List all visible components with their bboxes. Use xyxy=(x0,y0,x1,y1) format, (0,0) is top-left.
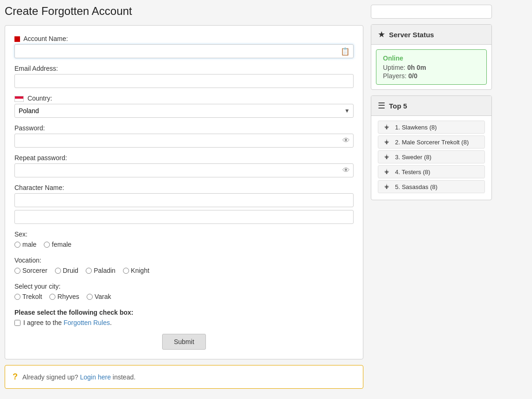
server-status-header: ★ Server Status xyxy=(371,25,491,45)
email-input[interactable] xyxy=(14,74,354,88)
submit-button[interactable]: Submit xyxy=(162,334,206,350)
vocation-druid-text: Druid xyxy=(63,267,78,274)
country-label: Country: xyxy=(14,95,354,102)
password-label: Password: xyxy=(14,124,354,132)
svg-rect-9 xyxy=(385,187,389,188)
character-name-label: Character Name: xyxy=(14,184,354,191)
question-icon: ? xyxy=(13,372,18,382)
status-uptime: Uptime: 0h 0m xyxy=(383,64,480,71)
vocation-druid-label[interactable]: Druid xyxy=(55,267,78,274)
password-input-wrapper: 👁 xyxy=(14,134,354,148)
vocation-group: Vocation: Sorcerer Druid Paladin Knight xyxy=(14,257,354,276)
dagger-icon xyxy=(382,183,391,190)
vocation-paladin-text: Paladin xyxy=(94,267,116,274)
city-rhyves-label[interactable]: Rhyves xyxy=(49,293,79,300)
city-varak-label[interactable]: Varak xyxy=(87,293,111,300)
vocation-paladin-label[interactable]: Paladin xyxy=(86,267,116,274)
forgotten-rules-link[interactable]: Forgotten Rules xyxy=(63,319,110,326)
svg-rect-7 xyxy=(385,172,389,173)
top-item-name: 5. Sasasdas (8) xyxy=(395,183,437,190)
dagger-icon xyxy=(382,138,391,146)
character-name-input-2[interactable] xyxy=(14,210,354,224)
vocation-sorcerer-radio[interactable] xyxy=(14,268,20,274)
status-players: Players: 0/0 xyxy=(383,72,480,80)
sex-male-radio[interactable] xyxy=(14,242,20,248)
sidebar: ★ Server Status Online Uptime: 0h 0m Pla… xyxy=(371,5,492,389)
svg-rect-5 xyxy=(385,157,389,158)
vocation-paladin-radio[interactable] xyxy=(86,268,92,274)
players-value: 0/0 xyxy=(408,72,417,80)
top-item-name: 1. Slawkens (8) xyxy=(395,124,437,131)
list-icon: ☰ xyxy=(378,101,385,111)
svg-rect-1 xyxy=(385,127,389,128)
city-trekolt-radio[interactable] xyxy=(14,294,20,300)
repeat-password-input-wrapper: 👁 xyxy=(14,163,354,177)
top-item-name: 2. Male Sorcerer Trekolt (8) xyxy=(395,139,469,146)
vocation-sorcerer-label[interactable]: Sorcerer xyxy=(14,267,48,274)
sex-female-label[interactable]: female xyxy=(44,241,71,248)
repeat-password-input[interactable] xyxy=(14,163,354,177)
id-card-icon: 📋 xyxy=(341,47,350,56)
vocation-knight-radio[interactable] xyxy=(123,268,129,274)
server-status-box: Online Uptime: 0h 0m Players: 0/0 xyxy=(376,49,487,85)
checkbox-line: I agree to the Forgotten Rules. xyxy=(14,319,354,326)
top-item: 3. Sweder (8) xyxy=(378,150,485,163)
eye-icon-2[interactable]: 👁 xyxy=(342,166,350,175)
dagger-icon xyxy=(382,123,391,131)
sex-male-label[interactable]: male xyxy=(14,241,36,248)
city-varak-text: Varak xyxy=(95,293,111,300)
agree-text: I agree to the Forgotten Rules. xyxy=(23,319,112,326)
dagger-icon xyxy=(382,153,391,161)
country-select[interactable]: Poland United States Germany France Spai… xyxy=(14,104,354,118)
city-varak-radio[interactable] xyxy=(87,294,93,300)
create-account-form: Account Name: 📋 Email Address: Country: … xyxy=(5,25,363,359)
character-name-input[interactable] xyxy=(14,193,354,207)
vocation-druid-radio[interactable] xyxy=(55,268,61,274)
repeat-password-label: Repeat password: xyxy=(14,154,354,162)
city-radio-group: Trekolt Rhyves Varak xyxy=(14,293,354,302)
sex-female-radio[interactable] xyxy=(44,242,50,248)
password-group: Password: 👁 xyxy=(14,124,354,148)
sex-female-text: female xyxy=(52,241,71,248)
city-trekolt-label[interactable]: Trekolt xyxy=(14,293,42,300)
submit-row: Submit xyxy=(14,334,354,350)
email-label: Email Address: xyxy=(14,65,354,72)
country-group: Country: Poland United States Germany Fr… xyxy=(14,95,354,118)
agree-checkbox[interactable] xyxy=(14,320,20,326)
account-name-input[interactable] xyxy=(14,44,354,58)
sex-group: Sex: male female xyxy=(14,230,354,250)
checkbox-area: Please select the following check box: I… xyxy=(14,309,354,326)
sex-male-text: male xyxy=(22,241,36,248)
sidebar-top-box xyxy=(371,5,492,19)
top5-header: ☰ Top 5 xyxy=(371,96,491,116)
vocation-sorcerer-text: Sorcerer xyxy=(22,267,48,274)
account-name-wrapper: 📋 xyxy=(14,44,354,58)
top-item: 4. Testers (8) xyxy=(378,165,485,178)
sex-radio-group: male female xyxy=(14,241,354,250)
vocation-knight-text: Knight xyxy=(131,267,150,274)
top5-section: ☰ Top 5 1. Slawkens (8) 2. Male Sorcerer… xyxy=(371,95,492,200)
password-input[interactable] xyxy=(14,134,354,148)
city-label: Select your city: xyxy=(14,283,354,290)
account-name-group: Account Name: 📋 xyxy=(14,35,354,58)
status-online: Online xyxy=(383,54,480,62)
country-select-wrapper: Poland United States Germany France Spai… xyxy=(14,104,354,118)
city-rhyves-text: Rhyves xyxy=(57,293,79,300)
svg-rect-3 xyxy=(385,142,389,143)
city-rhyves-radio[interactable] xyxy=(49,294,55,300)
character-name-group: Character Name: xyxy=(14,184,354,224)
repeat-password-group: Repeat password: 👁 xyxy=(14,154,354,177)
vocation-label: Vocation: xyxy=(14,257,354,264)
uptime-value: 0h 0m xyxy=(407,64,426,71)
account-name-label: Account Name: xyxy=(14,35,354,42)
vocation-knight-label[interactable]: Knight xyxy=(123,267,150,274)
login-here-link[interactable]: Login here xyxy=(80,373,111,381)
city-group: Select your city: Trekolt Rhyves Varak xyxy=(14,283,354,302)
top5-list: 1. Slawkens (8) 2. Male Sorcerer Trekolt… xyxy=(371,116,491,200)
email-group: Email Address: xyxy=(14,65,354,88)
city-trekolt-text: Trekolt xyxy=(22,293,42,300)
eye-icon[interactable]: 👁 xyxy=(342,136,350,145)
top5-title: Top 5 xyxy=(389,102,407,110)
already-signed-banner: ? Already signed up? Login here instead. xyxy=(5,365,363,389)
server-status-title: Server Status xyxy=(389,31,434,39)
